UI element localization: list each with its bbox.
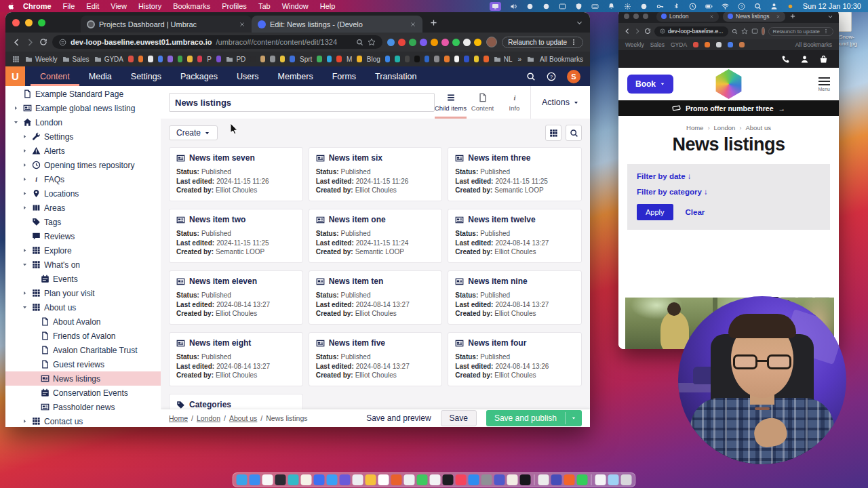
extension-icon[interactable] (409, 39, 416, 46)
actions-button[interactable]: Actions (530, 86, 590, 119)
tree-item-about-avalon[interactable]: About Avalon (5, 314, 161, 329)
news-item-card[interactable]: News item nineStatus:PublishedLast edite… (448, 270, 582, 325)
dock-firefox-icon[interactable] (564, 474, 575, 485)
circle-status-icon[interactable] (542, 3, 550, 10)
caret-right-icon[interactable] (21, 290, 28, 296)
extension-icon[interactable] (452, 39, 460, 46)
zoom-page-icon[interactable] (356, 39, 363, 46)
extension-icon[interactable] (474, 39, 481, 46)
caret-right-icon[interactable] (21, 247, 28, 253)
extension-icon[interactable] (420, 39, 427, 46)
news-item-card[interactable]: News item twelveStatus:PublishedLast edi… (448, 209, 582, 263)
all-bookmarks[interactable]: All Bookmarks (795, 41, 832, 48)
bookmark-favicon[interactable] (716, 42, 722, 47)
extension-icon[interactable] (387, 39, 395, 46)
bookmark-favicon[interactable] (178, 56, 183, 62)
dock-safari-icon[interactable] (250, 474, 260, 485)
bookmark-favicon[interactable] (474, 56, 479, 62)
section-members[interactable]: Members (269, 66, 323, 86)
dock-chart-icon[interactable] (430, 474, 441, 485)
tree-item-example-global-news-listing[interactable]: Example global news listing (5, 101, 161, 115)
relaunch-button[interactable]: Relaunch to update (768, 27, 833, 36)
caret-right-icon[interactable] (21, 134, 28, 140)
tree-item-tags[interactable]: Tags (5, 215, 161, 229)
circle-status-icon[interactable] (640, 3, 648, 10)
address-bar[interactable]: dev-loop-baseline.euwest01.umbraco.io /u… (52, 35, 382, 49)
menu-item-chrome[interactable]: Chrome (23, 2, 52, 10)
minimize-window-button[interactable] (633, 14, 639, 19)
section-forms[interactable]: Forms (323, 66, 366, 86)
dock-mail-icon[interactable] (327, 474, 338, 485)
tree-item-reviews[interactable]: Reviews (5, 229, 161, 243)
browser-menu-icon[interactable] (570, 39, 577, 45)
help-icon[interactable]: ? (547, 72, 556, 81)
clear-button[interactable]: Clear (686, 208, 705, 216)
site-breadcrumb-london[interactable]: London (714, 124, 736, 131)
dock-document-icon[interactable] (595, 474, 606, 485)
user-avatar[interactable]: S (567, 70, 580, 83)
dock-siri-icon[interactable] (275, 474, 286, 485)
close-window-button[interactable] (12, 19, 20, 26)
tree-item-example-standard-page[interactable]: Example Standard Page (5, 87, 161, 101)
window-controls[interactable] (12, 19, 45, 26)
section-settings[interactable]: Settings (121, 66, 171, 86)
caret-right-icon[interactable] (21, 190, 28, 197)
address-bar[interactable]: dev-loop-baseline.e... (654, 26, 728, 37)
dock-teams-2-icon[interactable] (551, 474, 562, 485)
menu-item-profiles[interactable]: Profiles (222, 2, 247, 10)
dock-trash-icon[interactable] (621, 474, 632, 485)
dock-notes-icon[interactable] (301, 474, 312, 485)
dock-appstore-icon[interactable] (469, 474, 479, 485)
bookmark-favicon[interactable] (317, 56, 322, 62)
tree-item-conservation-events[interactable]: Conservation Events (5, 386, 161, 400)
caret-down-icon[interactable] (12, 119, 20, 125)
menu-item-file[interactable]: File (63, 2, 75, 10)
grid-view-button[interactable] (545, 125, 561, 141)
bookmark-pd[interactable]: PD (226, 56, 245, 63)
zoom-window-button[interactable] (643, 14, 648, 19)
bookmark-star-icon[interactable] (741, 28, 748, 35)
tree-item-about-us[interactable]: About us (5, 300, 161, 314)
bookmark-weekly[interactable]: Weekly (25, 56, 58, 63)
dock-files-icon[interactable] (353, 474, 363, 485)
tab-london[interactable]: London (656, 12, 719, 22)
tree-item-passholder-news[interactable]: Passholder news (5, 400, 161, 414)
dock-capcut-icon[interactable] (520, 474, 531, 485)
new-tab-button[interactable] (789, 13, 796, 20)
basket-icon[interactable] (819, 55, 828, 64)
bookmark-blog[interactable]: Blog (367, 56, 380, 63)
breadcrumb-london[interactable]: London (197, 414, 220, 422)
circle-status-icon[interactable] (526, 3, 534, 10)
bookmark-favicon[interactable] (414, 56, 420, 62)
apply-button[interactable]: Apply (637, 204, 673, 220)
tree-item-alerts[interactable]: Alerts (5, 144, 161, 158)
dock-chrome-icon[interactable] (366, 474, 376, 485)
site-logo[interactable] (715, 69, 743, 99)
site-info-icon[interactable] (59, 39, 66, 46)
bookmark-favicon[interactable] (270, 56, 275, 62)
bookmark-favicon[interactable] (167, 56, 173, 62)
menu-item-tab[interactable]: Tab (258, 2, 271, 10)
caret-down-icon[interactable] (21, 262, 28, 268)
caret-right-icon[interactable] (21, 148, 28, 154)
bluetooth-status-icon[interactable] (673, 3, 680, 10)
dock-finder-icon[interactable] (237, 474, 248, 485)
news-item-card[interactable]: News item eightStatus:PublishedLast edit… (169, 332, 303, 386)
extension-icon[interactable] (463, 39, 471, 46)
shield-status-icon[interactable] (575, 3, 583, 10)
caret-right-icon[interactable] (21, 205, 28, 211)
extension-icon[interactable] (751, 28, 758, 35)
bookmark-m[interactable]: M (347, 56, 352, 63)
news-item-card[interactable]: News item fiveStatus:PublishedLast edite… (309, 332, 443, 386)
section-translation[interactable]: Translation (366, 66, 426, 86)
tree-item-areas[interactable]: Areas (5, 201, 161, 215)
dock-final-cut-icon[interactable] (443, 474, 454, 485)
bookmark-favicon[interactable] (187, 56, 193, 62)
extension-icon[interactable] (398, 39, 406, 46)
dock-music-icon[interactable] (456, 474, 467, 485)
bookmarks-overflow[interactable]: » (518, 56, 522, 63)
zoom-window-button[interactable] (38, 19, 45, 26)
section-users[interactable]: Users (227, 66, 269, 86)
bookmark-favicon[interactable] (197, 56, 203, 62)
save-and-preview-button[interactable]: Save and preview (366, 413, 431, 423)
